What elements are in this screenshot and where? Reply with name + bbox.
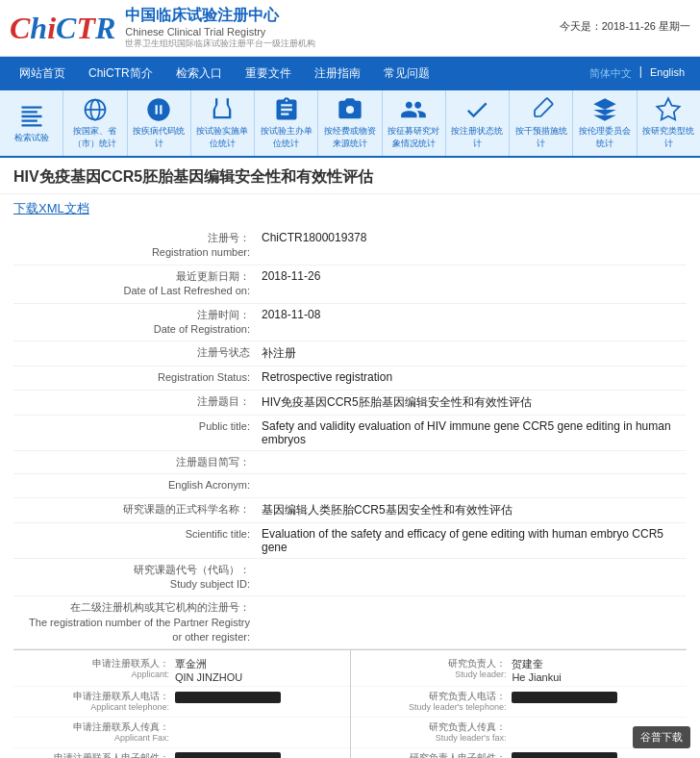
applicant-phone-entry: 申请注册联系人电话： Applicant telephone: <box>13 687 350 718</box>
table-row: 在二级注册机构或其它机构的注册号： The registration numbe… <box>13 596 687 649</box>
nav-bar: 网站首页 ChiCTR简介 检索入口 重要文件 注册指南 常见问题 简体中文 |… <box>0 57 700 90</box>
table-row: Registration Status: Retrospective regis… <box>13 366 687 390</box>
table-row: Public title: Safety and validity evalua… <box>13 415 687 450</box>
header-date: 今天是：2018-11-26 星期一 <box>560 19 690 38</box>
applicant-fax-entry: 申请注册联系人传真： Applicant Fax: <box>13 718 350 748</box>
applicant-fax-label-cn: 申请注册联系人传真： <box>73 721 169 732</box>
lang-cn[interactable]: 简体中文 <box>586 64 636 83</box>
leader-fax-label-cn: 研究负责人传真： <box>429 721 506 732</box>
table-row: 最近更新日期： Date of Last Refreshed on: 2018-… <box>13 265 687 303</box>
field-value-title-cn: HIV免疫基因CCR5胚胎基因编辑安全性和有效性评估 <box>256 390 687 415</box>
applicant-info: 申请注册联系人： Applicant: 覃金洲 QIN JINZHOU 申请注册… <box>13 650 351 758</box>
field-value-refresh: 2018-11-26 <box>256 265 687 303</box>
table-row: Scientific title: Evaluation of the safe… <box>13 522 687 558</box>
nav-about[interactable]: ChiCTR简介 <box>77 58 164 89</box>
table-row: 注册题目： HIV免疫基因CCR5胚胎基因编辑安全性和有效性评估 <box>13 390 687 415</box>
icon-by-funding[interactable]: 按经费或物资来源统计 <box>318 90 382 156</box>
leader-email-value <box>512 751 683 758</box>
table-row: 注册时间： Date of Registration: 2018-11-08 <box>13 303 687 341</box>
leader-fax-label-en: Study leader's fax: <box>355 733 507 745</box>
icon-by-recruitment[interactable]: 按征募研究对象情况统计 <box>383 90 446 156</box>
icon-by-status[interactable]: 按注册状态统计 <box>446 90 510 156</box>
icon-by-ethics[interactable]: 按伦理委员会统计 <box>573 90 637 156</box>
field-label-sci-cn: 研究课题的正式科学名称： <box>123 503 250 515</box>
field-value-reg: ChiCTR1800019378 <box>256 227 687 265</box>
field-value-sci-cn: 基因编辑人类胚胎CCR5基因安全性和有效性评估 <box>256 497 687 522</box>
icon-row: 检索试验 按国家、省（市）统计 按疾病代码统计 按试验实施单位统计 按试验主办单… <box>0 90 700 158</box>
page-title: HIV免疫基因CCR5胚胎基因编辑安全性和有效性评估 <box>0 158 700 194</box>
field-label-subject-en: Study subject ID: <box>170 578 250 590</box>
leader-email-redacted <box>512 752 617 758</box>
field-label-abbr-en: English Acronym: <box>168 479 250 491</box>
nav-guide[interactable]: 注册指南 <box>303 58 372 89</box>
applicant-email-redacted <box>175 752 281 758</box>
download-section: 下载XML文档 <box>0 194 700 223</box>
icon-by-type[interactable]: 按研究类型统计 <box>638 90 700 156</box>
field-label-status-cn: 注册号状态 <box>197 346 250 358</box>
field-label-refresh-cn: 最近更新日期： <box>176 270 250 282</box>
lang-en[interactable]: English <box>646 64 688 83</box>
field-label-title-cn: 注册题目： <box>197 395 250 407</box>
leader-phone-redacted <box>512 692 617 703</box>
language-switcher: 简体中文 | English <box>582 57 692 90</box>
icon-by-institution[interactable]: 按试验实施单位统计 <box>191 90 255 156</box>
field-value-public-title: Safety and validity evaluation of HIV im… <box>256 415 687 450</box>
leader-phone-value <box>512 690 683 714</box>
applicant-fax-label-en: Applicant Fax: <box>17 733 169 745</box>
table-row: 注册号状态 补注册 <box>13 341 687 366</box>
leader-name-entry: 研究负责人： Study leader: 贺建奎 He Jiankui <box>351 654 688 687</box>
field-label-partner-cn: 在二级注册机构或其它机构的注册号： <box>70 601 250 613</box>
logo-area: ChiCTR 中国临床试验注册中心 Chinese Clinical Trial… <box>10 6 315 50</box>
icon-by-sponsor[interactable]: 按试验主办单位统计 <box>255 90 318 156</box>
applicant-name-label-cn: 申请注册联系人： <box>92 658 169 669</box>
nav-files[interactable]: 重要文件 <box>234 58 303 89</box>
field-label-partner-en: The registration number of the Partner R… <box>29 617 250 643</box>
main-content: 注册号： Registration number: ChiCTR18000193… <box>0 223 700 758</box>
leader-email-label-cn: 研究负责人电子邮件： <box>410 752 506 758</box>
logo-en-text: Chinese Clinical Trial Registry <box>125 26 315 38</box>
logo-cn-text: 中国临床试验注册中心 <box>125 6 315 26</box>
field-label-status-en: Registration Status: <box>158 371 250 383</box>
icon-by-disease[interactable]: 按疾病代码统计 <box>128 90 191 156</box>
leader-name-label-en: Study leader: <box>355 670 507 681</box>
svg-marker-3 <box>658 98 680 119</box>
watermark: 谷普下载 <box>633 726 690 748</box>
header: ChiCTR 中国临床试验注册中心 Chinese Clinical Trial… <box>0 0 700 57</box>
field-value-status-cn: 补注册 <box>256 341 687 366</box>
icon-by-country[interactable]: 按国家、省（市）统计 <box>63 90 127 156</box>
date-display: 今天是：2018-11-26 星期一 <box>560 19 690 34</box>
leader-name-label-cn: 研究负责人： <box>448 658 506 669</box>
field-value-partner <box>256 596 687 649</box>
field-value-regdate: 2018-11-08 <box>256 303 687 341</box>
applicant-name-value: 覃金洲 QIN JINZHOU <box>175 657 346 683</box>
field-value-abbr-cn <box>256 450 687 473</box>
leader-name-value: 贺建奎 He Jiankui <box>512 657 683 683</box>
logo-text: 中国临床试验注册中心 Chinese Clinical Trial Regist… <box>125 6 315 50</box>
field-label-regdate-en: Date of Registration: <box>154 323 250 335</box>
field-label-abbr-cn: 注册题目简写： <box>176 456 250 467</box>
field-value-subject <box>256 558 687 596</box>
icon-by-intervention[interactable]: 按干预措施统计 <box>510 90 573 156</box>
icon-search-trials[interactable]: 检索试验 <box>0 90 63 156</box>
applicant-phone-label-cn: 申请注册联系人电话： <box>73 691 169 701</box>
nav-search[interactable]: 检索入口 <box>164 58 234 89</box>
registration-info-table: 注册号： Registration number: ChiCTR18000193… <box>13 227 687 649</box>
table-row: 研究课题的正式科学名称： 基因编辑人类胚胎CCR5基因安全性和有效性评估 <box>13 497 687 522</box>
table-row: 注册题目简写： <box>13 450 687 473</box>
field-value-sci-en: Evaluation of the safety and efficacy of… <box>256 522 687 558</box>
applicant-phone-value <box>175 690 346 714</box>
contact-section: 申请注册联系人： Applicant: 覃金洲 QIN JINZHOU 申请注册… <box>13 649 687 758</box>
nav-home[interactable]: 网站首页 <box>8 58 77 89</box>
nav-faq[interactable]: 常见问题 <box>372 58 441 89</box>
applicant-phone-label-en: Applicant telephone: <box>17 702 169 714</box>
field-label-refresh-en: Date of Last Refreshed on: <box>124 285 250 296</box>
field-label-public-title: Public title: <box>199 420 250 432</box>
table-row: English Acronym: <box>13 474 687 497</box>
field-value-abbr-en <box>256 474 687 497</box>
table-row: 注册号： Registration number: ChiCTR18000193… <box>13 227 687 265</box>
applicant-phone-redacted <box>175 692 281 703</box>
field-label-reg-en: Registration number: <box>152 246 250 258</box>
leader-phone-entry: 研究负责人电话： Study leader's telephone: <box>351 687 688 718</box>
applicant-email-value <box>175 751 346 758</box>
download-xml-link[interactable]: 下载XML文档 <box>13 201 89 215</box>
